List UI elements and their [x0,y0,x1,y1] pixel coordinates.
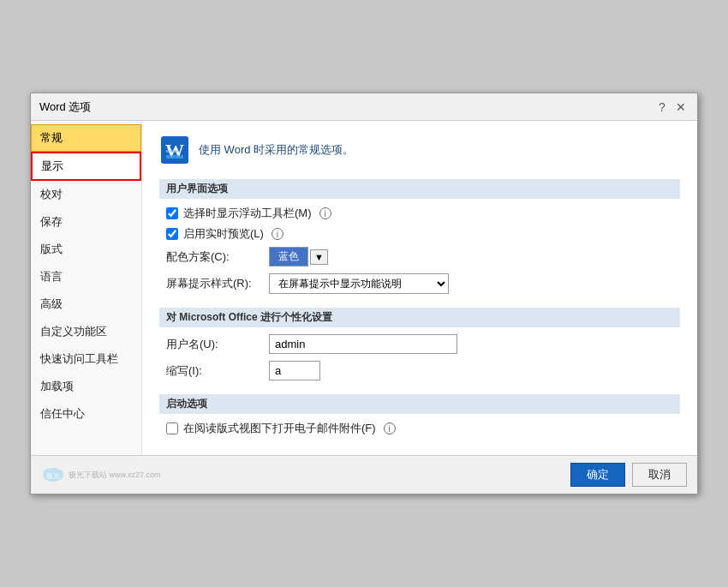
ui-options-section-header: 用户界面选项 [159,179,680,199]
sidebar-item-language[interactable]: 语言 [31,263,141,291]
sidebar-item-advanced[interactable]: 高级 [31,291,141,318]
ok-button[interactable]: 确定 [570,463,625,487]
checkbox-floating-toolbar-row: 选择时显示浮动工具栏(M) i [159,206,680,221]
startup-section-header: 启动选项 [159,394,680,414]
color-scheme-dropdown[interactable]: ▼ [310,249,328,265]
info-icon-3: i [384,422,396,434]
bottom-bar: 极光 极光下载站 www.xz27.com 确定 取消 [31,455,697,494]
title-bar: Word 选项 ? ✕ [31,93,697,121]
screen-tip-select[interactable]: 在屏幕提示中显示功能说明 不在屏幕提示中显示功能说明 不显示屏幕提示 [269,273,449,294]
color-scheme-label: 配色方案(C): [166,249,269,265]
initials-row: 缩写(I): [159,361,680,380]
watermark-icon: 极光 [41,466,65,483]
sidebar-item-general[interactable]: 常规 [31,124,141,152]
checkbox-live-preview-label: 启用实时预览(L) [183,226,264,242]
cancel-button[interactable]: 取消 [632,463,687,487]
screen-tip-label: 屏幕提示样式(R): [166,276,269,291]
initials-label: 缩写(I): [166,363,269,379]
dialog-body: 常规 显示 校对 保存 版式 语言 高级 自定义功能区 [31,121,697,455]
color-scheme-value[interactable]: 蓝色 [269,247,308,267]
sidebar: 常规 显示 校对 保存 版式 语言 高级 自定义功能区 [31,121,142,455]
checkbox-email-attachment[interactable] [166,422,178,434]
username-input[interactable] [269,334,457,354]
screen-tip-row: 屏幕提示样式(R): 在屏幕提示中显示功能说明 不在屏幕提示中显示功能说明 不显… [159,273,680,294]
word-icon: W [159,135,190,165]
content-header-text: 使用 Word 时采用的常规选项。 [199,142,354,158]
info-icon-1: i [319,207,331,219]
info-icon-2: i [272,228,283,240]
title-buttons: ? ✕ [654,99,689,115]
username-row: 用户名(U): [159,334,680,354]
color-scheme-row: 配色方案(C): 蓝色 ▼ [159,247,680,267]
sidebar-item-save[interactable]: 保存 [31,208,141,236]
sidebar-item-quick-access[interactable]: 快速访问工具栏 [31,345,141,373]
sidebar-item-trust-center[interactable]: 信任中心 [31,400,141,428]
username-label: 用户名(U): [166,337,269,352]
sidebar-item-addins[interactable]: 加载项 [31,373,141,400]
dialog-title: Word 选项 [39,99,91,115]
startup-email-row: 在阅读版式视图下打开电子邮件附件(F) i [159,421,680,436]
svg-rect-2 [166,155,183,159]
svg-text:极光: 极光 [45,472,60,480]
initials-input[interactable] [269,361,320,380]
checkbox-live-preview-row: 启用实时预览(L) i [159,226,680,242]
personalize-section-header: 对 Microsoft Office 进行个性化设置 [159,308,680,327]
sidebar-item-style[interactable]: 版式 [31,236,141,263]
close-button[interactable]: ✕ [673,99,689,115]
checkbox-email-attachment-label: 在阅读版式视图下打开电子邮件附件(F) [183,421,376,436]
checkbox-floating-toolbar[interactable] [166,207,178,219]
content-header: W 使用 Word 时采用的常规选项。 [159,135,680,165]
checkbox-floating-toolbar-label: 选择时显示浮动工具栏(M) [183,206,312,221]
watermark-text: 极光下载站 www.xz27.com [69,470,161,481]
watermark-area: 极光 极光下载站 www.xz27.com [41,466,564,483]
svg-rect-3 [166,150,178,153]
content-area: W 使用 Word 时采用的常规选项。 用户界面选项 选择时显示浮动工具栏(M)… [142,121,697,455]
sidebar-item-proofing[interactable]: 校对 [31,181,141,208]
help-button[interactable]: ? [654,99,670,115]
sidebar-item-customize-ribbon[interactable]: 自定义功能区 [31,318,141,345]
word-options-dialog: Word 选项 ? ✕ 常规 显示 校对 保存 版式 语言 [30,93,698,494]
checkbox-live-preview[interactable] [166,228,178,240]
sidebar-item-display[interactable]: 显示 [31,152,141,181]
